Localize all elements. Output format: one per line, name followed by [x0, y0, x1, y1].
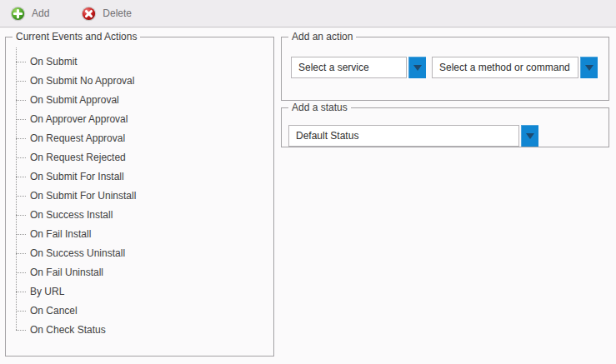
current-events-group-title: Current Events and Actions: [13, 31, 140, 42]
tree-item[interactable]: On Approver Approval: [16, 109, 273, 128]
method-dropdown-button[interactable]: [580, 57, 598, 78]
action-combo-row: Select a service Select a method or comm…: [291, 57, 598, 78]
delete-button-label: Delete: [103, 7, 132, 19]
tree-item[interactable]: On Submit Approval: [16, 90, 273, 109]
add-icon: [10, 6, 26, 22]
chevron-down-icon: [413, 65, 422, 71]
add-button[interactable]: Add: [2, 2, 58, 25]
method-dropdown-value[interactable]: Select a method or command: [432, 57, 578, 78]
tree-item[interactable]: On Success Install: [16, 205, 273, 224]
service-dropdown-button[interactable]: [408, 57, 426, 78]
status-dropdown-value[interactable]: Default Status: [288, 125, 519, 147]
tree-item[interactable]: By URL: [16, 282, 273, 301]
tree-item[interactable]: On Fail Uninstall: [16, 262, 273, 282]
events-tree: On Submit On Submit No Approval On Submi…: [16, 52, 273, 339]
add-status-group: Add a status Default Status: [281, 107, 609, 147]
chevron-down-icon: [585, 65, 593, 71]
tree-item[interactable]: On Submit For Uninstall: [16, 186, 273, 205]
tree-item[interactable]: On Success Uninstall: [16, 243, 273, 262]
add-action-group: Add an action Select a service Select a …: [281, 37, 609, 101]
delete-icon: [81, 6, 97, 22]
add-action-group-title: Add an action: [288, 31, 356, 42]
status-combo-row: Default Status: [288, 125, 538, 147]
tree-item[interactable]: On Check Status: [16, 320, 273, 339]
add-status-group-title: Add a status: [288, 102, 351, 113]
status-dropdown[interactable]: Default Status: [288, 125, 538, 147]
events-actions-window: Add Delete: [0, 0, 616, 364]
tree-item[interactable]: On Submit: [16, 52, 273, 71]
chevron-down-icon: [526, 133, 534, 139]
tree-item[interactable]: On Request Rejected: [16, 147, 273, 167]
status-dropdown-button[interactable]: [521, 125, 538, 147]
tree-item[interactable]: On Submit For Install: [16, 167, 273, 186]
toolbar: Add Delete: [0, 0, 616, 27]
tree-item[interactable]: On Fail Install: [16, 224, 273, 243]
delete-button[interactable]: Delete: [73, 2, 140, 25]
tree-item[interactable]: On Submit No Approval: [16, 71, 273, 90]
service-dropdown-value[interactable]: Select a service: [291, 57, 407, 78]
tree-item[interactable]: On Cancel: [16, 301, 273, 320]
current-events-group: Current Events and Actions On Submit On …: [5, 37, 274, 357]
add-button-label: Add: [32, 7, 49, 19]
tree-item[interactable]: On Request Approval: [16, 128, 273, 147]
service-dropdown[interactable]: Select a service: [291, 57, 426, 78]
method-dropdown[interactable]: Select a method or command: [432, 57, 598, 78]
